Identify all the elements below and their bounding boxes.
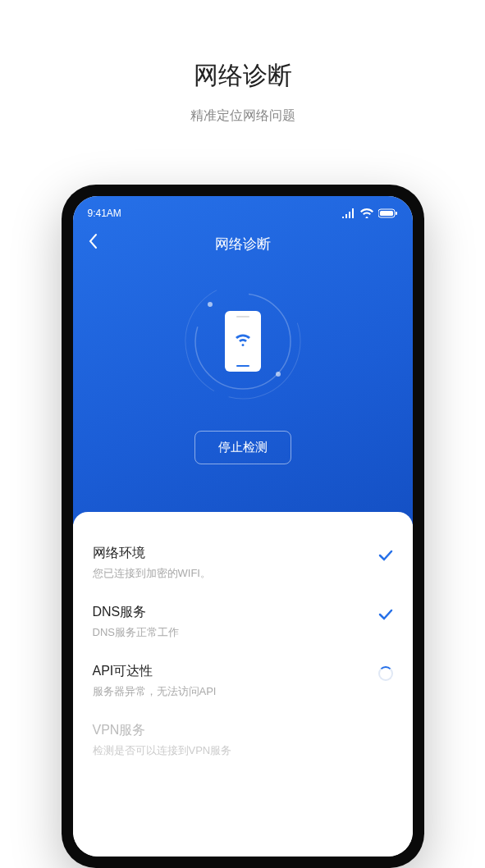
result-title: 网络环境 (93, 545, 378, 562)
svg-rect-1 (380, 211, 393, 216)
nav-title: 网络诊断 (215, 235, 271, 254)
battery-icon (378, 208, 398, 218)
results-panel: 网络环境 您已连接到加密的WIFI。 DNS服务 DNS服务正常工作 (73, 512, 413, 857)
result-title: DNS服务 (93, 604, 378, 621)
status-icons (342, 208, 398, 218)
result-item-dns: DNS服务 DNS服务正常工作 (93, 592, 393, 651)
svg-point-6 (276, 372, 281, 377)
scan-circle (181, 280, 304, 403)
result-title: API可达性 (93, 663, 378, 680)
app-header: 9:41AM 网络诊断 (73, 196, 413, 524)
page-title: 网络诊断 (0, 0, 485, 93)
nav-bar: 网络诊断 (73, 226, 413, 262)
page-subtitle: 精准定位网络问题 (0, 107, 485, 125)
phone-frame: 9:41AM 网络诊断 (62, 185, 424, 868)
result-item-network: 网络环境 您已连接到加密的WIFI。 (93, 533, 393, 592)
svg-rect-2 (396, 212, 397, 215)
signal-icon (342, 208, 355, 218)
result-desc: 检测是否可以连接到VPN服务 (93, 743, 393, 758)
svg-point-5 (208, 302, 213, 307)
wifi-icon (360, 208, 373, 218)
result-item-vpn: VPN服务 检测是否可以连接到VPN服务 (93, 710, 393, 770)
check-icon (378, 548, 393, 565)
status-time: 9:41AM (88, 208, 121, 219)
result-desc: 您已连接到加密的WIFI。 (93, 566, 378, 581)
result-desc: 服务器异常，无法访问API (93, 684, 378, 699)
spinner-icon (378, 666, 393, 681)
result-item-api: API可达性 服务器异常，无法访问API (93, 651, 393, 710)
scan-animation: 停止检测 (73, 280, 413, 464)
phone-device-icon (225, 311, 261, 372)
result-desc: DNS服务正常工作 (93, 625, 378, 640)
check-icon (378, 607, 393, 624)
wifi-symbol-icon (235, 333, 251, 349)
result-title: VPN服务 (93, 722, 393, 739)
back-button[interactable] (88, 233, 98, 254)
status-bar: 9:41AM (73, 196, 413, 222)
phone-screen: 9:41AM 网络诊断 (73, 196, 413, 857)
stop-button[interactable]: 停止检测 (194, 431, 291, 464)
